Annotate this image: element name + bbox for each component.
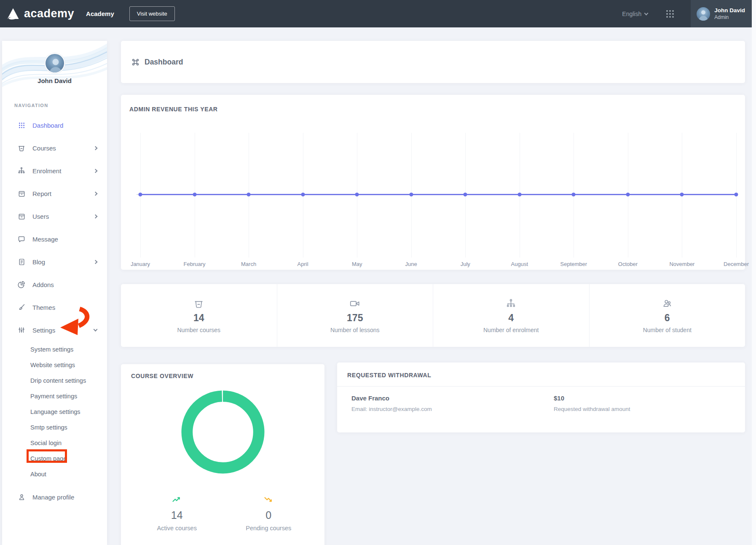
subitem-website-settings[interactable]: Website settings [2,357,107,373]
page-scrollbar[interactable] [752,0,756,545]
sidebar-item-dashboard[interactable]: Dashboard [2,114,107,137]
chart-month-label: February [184,261,206,267]
chart-data-point [464,193,467,196]
chart-data-point [680,193,684,196]
video-camera-icon [349,298,361,309]
sidebar-item-blog[interactable]: Blog [2,250,107,273]
top-bar: academy Academy Visit website English Jo… [0,0,756,27]
chart-data-point [517,193,521,196]
user-name: John David [714,7,745,14]
subitem-system-settings[interactable]: System settings [2,341,107,357]
chart-month-label: May [352,261,362,267]
stat-number-lessons: 175 Number of lessons [277,284,433,347]
chart-data-point [139,193,142,196]
subitem-drip-content-settings[interactable]: Drip content settings [2,373,107,388]
nav-label-text: Settings [32,327,55,334]
language-dropdown[interactable]: English [622,11,648,17]
stat-number-courses: 14 Number courses [121,284,277,347]
subitem-label: Drip content settings [30,377,86,384]
requested-withdrawal-card: REQUESTED WITHDRAWAL Dave Franco Email: … [337,362,745,432]
subitem-payment-settings[interactable]: Payment settings [2,388,107,404]
person-icon [17,493,26,501]
subitem-label: Smtp settings [30,424,67,431]
chart-data-point [735,193,738,196]
sidebar-item-themes[interactable]: Themes [2,296,107,319]
sidebar-user-name: John David [2,77,107,84]
pie-icon [17,280,26,289]
user-role: Admin [714,14,745,20]
user-menu[interactable]: John David Admin [691,0,756,27]
withdrawal-row: Dave Franco Email: instructor@example.co… [337,387,745,412]
subitem-smtp-settings[interactable]: Smtp settings [2,419,107,435]
chart-data-point [355,193,359,196]
main-navigation: Dashboard Courses Enrolment Report [2,114,107,341]
course-overview-donut [181,390,265,475]
visit-website-button[interactable]: Visit website [129,6,175,21]
withdrawal-instructor-email: Email: instructor@example.com [351,406,554,412]
chart-data-point [193,193,196,196]
chevron-down-icon [94,328,98,332]
language-label: English [622,11,641,17]
course-overview-stats: 14 Active courses 0 Pending courses [131,495,314,532]
stat-label: Number of student [643,327,692,333]
course-donut-ring [187,396,258,468]
sidebar-item-courses[interactable]: Courses [2,137,107,159]
chevron-right-icon [94,260,98,264]
sidebar-item-manage-profile[interactable]: Manage profile [2,486,107,508]
sidebar-item-settings[interactable]: Settings [2,319,107,341]
withdrawal-instructor-name: Dave Franco [351,395,554,402]
sliders-icon [17,326,26,334]
academy-logo-icon [6,7,20,21]
stat-value: 175 [347,312,363,324]
sidebar-item-message[interactable]: Message [2,228,107,250]
subitem-custom-page[interactable]: Custom page [2,451,107,466]
nav-label-text: Enrolment [32,167,61,175]
chart-month-label: September [560,261,587,267]
chart-month-label: December [724,261,749,267]
course-overview-card: COURSE OVERVIEW 14 Active courses 0 Pend… [121,364,324,545]
archive-box-icon [17,212,26,220]
user-avatar [697,7,710,21]
chart-month-label: March [241,261,256,267]
stats-row: 14 Number courses 175 Number of lessons … [121,284,745,347]
people-icon [661,298,673,309]
revenue-card-title: ADMIN REVENUE THIS YEAR [129,106,737,113]
stat-value: 6 [665,312,670,324]
basket-icon [193,298,204,309]
subitem-label: Website settings [30,362,75,368]
subitem-label: Language settings [30,408,80,415]
settings-submenu: System settings Website settings Drip co… [2,341,107,482]
chevron-down-icon [644,11,649,15]
pending-courses-value: 0 [265,509,271,521]
grid-dots-icon [17,121,26,129]
subitem-label: Payment settings [30,393,77,400]
stat-label: Number of lessons [330,327,380,333]
nav-label-text: Addons [32,281,54,288]
sidebar-item-users[interactable]: Users [2,205,107,228]
revenue-chart-labels: JanuaryFebruaryMarchAprilMayJuneJulyAugu… [140,261,736,269]
stat-label: Number of enrolment [483,327,539,333]
subitem-about[interactable]: About [2,466,107,482]
document-icon [17,258,26,266]
brush-icon [17,303,26,311]
sidebar-item-report[interactable]: Report [2,182,107,205]
sidebar-item-addons[interactable]: Addons [2,273,107,296]
chevron-right-icon [94,191,98,196]
sidebar-item-enrolment[interactable]: Enrolment [2,159,107,182]
page-title: Dashboard [145,58,183,67]
stat-label: Number courses [177,327,220,333]
chart-month-label: November [669,261,694,267]
stat-number-students: 6 Number of student [589,284,745,347]
chart-month-label: January [131,261,150,267]
academy-logo[interactable]: academy [6,7,74,21]
withdrawal-amount: $10 [554,395,630,402]
basket-icon [17,144,26,152]
command-icon [131,58,140,67]
stat-value: 4 [508,312,514,324]
apps-grid-icon[interactable] [665,9,675,19]
chart-data-point [247,193,251,196]
subitem-social-login[interactable]: Social login [2,435,107,451]
subitem-language-settings[interactable]: Language settings [2,404,107,419]
nav-label-text: Manage profile [32,494,74,501]
main-content: Dashboard ADMIN REVENUE THIS YEAR Januar… [121,41,745,545]
